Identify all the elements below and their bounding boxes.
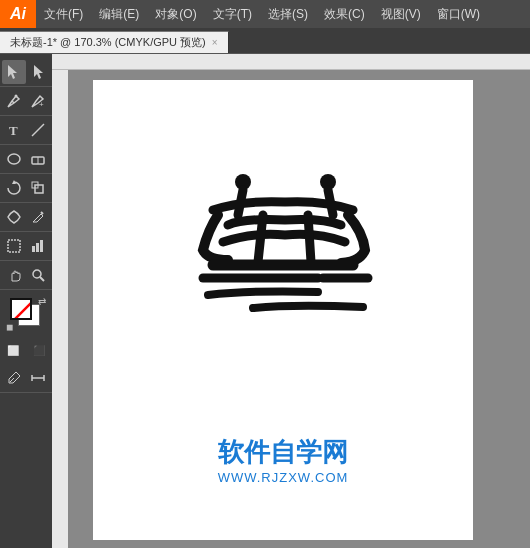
graph-tool[interactable] bbox=[26, 234, 50, 258]
tool-group-navigate bbox=[0, 261, 52, 290]
menu-effect[interactable]: 效果(C) bbox=[316, 0, 373, 28]
white-canvas: 软件自学网 WWW.RJZXW.COM bbox=[93, 80, 473, 540]
pencil-tool[interactable] bbox=[26, 205, 50, 229]
tool-group-extra bbox=[0, 364, 52, 393]
svg-point-6 bbox=[8, 154, 20, 164]
top-ruler: // ruler ticks drawn inline bbox=[52, 54, 530, 70]
normal-mode-button[interactable]: ⬜ bbox=[1, 338, 25, 362]
eraser-tool[interactable] bbox=[26, 147, 50, 171]
svg-marker-1 bbox=[34, 65, 43, 79]
selection-tool[interactable] bbox=[2, 60, 26, 84]
svg-rect-24 bbox=[52, 54, 530, 70]
canvas-inner: 软件自学网 WWW.RJZXW.COM bbox=[68, 70, 530, 548]
document-tab[interactable]: 未标题-1* @ 170.3% (CMYK/GPU 预览) × bbox=[0, 31, 229, 53]
screen-mode-area: ⬜ ⬛ bbox=[1, 336, 51, 364]
menu-file[interactable]: 文件(F) bbox=[36, 0, 91, 28]
artboard-tool[interactable] bbox=[2, 234, 26, 258]
svg-line-5 bbox=[32, 124, 44, 136]
scale-tool[interactable] bbox=[26, 176, 50, 200]
type-tool[interactable]: T bbox=[2, 118, 26, 142]
svg-rect-13 bbox=[8, 240, 20, 252]
svg-rect-10 bbox=[35, 185, 43, 193]
svg-line-19 bbox=[12, 300, 32, 320]
title-bar: Ai 文件(F) 编辑(E) 对象(O) 文字(T) 选择(S) 效果(C) 视… bbox=[0, 0, 530, 28]
ellipse-tool[interactable] bbox=[2, 147, 26, 171]
menu-text[interactable]: 文字(T) bbox=[205, 0, 260, 28]
shaper-tool[interactable] bbox=[2, 205, 26, 229]
svg-rect-25 bbox=[52, 70, 68, 548]
tool-group-select bbox=[0, 58, 52, 87]
svg-line-20 bbox=[10, 378, 14, 382]
menu-view[interactable]: 视图(V) bbox=[373, 0, 429, 28]
tab-close-button[interactable]: × bbox=[212, 37, 218, 48]
menu-bar: 文件(F) 编辑(E) 对象(O) 文字(T) 选择(S) 效果(C) 视图(V… bbox=[36, 0, 530, 28]
hand-tool[interactable] bbox=[2, 263, 26, 287]
svg-text:T: T bbox=[9, 123, 18, 138]
website-name: 软件自学网 bbox=[218, 435, 349, 470]
website-text: 软件自学网 WWW.RJZXW.COM bbox=[218, 435, 349, 485]
menu-object[interactable]: 对象(O) bbox=[147, 0, 204, 28]
pen-tool[interactable] bbox=[2, 89, 26, 113]
eyedropper-tool[interactable] bbox=[2, 366, 26, 390]
ai-logo: Ai bbox=[0, 0, 36, 28]
svg-text:+: + bbox=[39, 100, 44, 109]
tool-group-pen: + bbox=[0, 87, 52, 116]
svg-point-2 bbox=[15, 95, 18, 98]
svg-line-18 bbox=[40, 277, 44, 281]
left-ruler bbox=[52, 70, 68, 548]
add-anchor-tool[interactable]: + bbox=[26, 89, 50, 113]
canvas-with-ruler: // ruler ticks drawn inline bbox=[52, 54, 530, 548]
zoom-tool[interactable] bbox=[26, 263, 50, 287]
direct-selection-tool[interactable] bbox=[26, 60, 50, 84]
menu-select[interactable]: 选择(S) bbox=[260, 0, 316, 28]
fullscreen-mode-button[interactable]: ⬛ bbox=[27, 338, 51, 362]
tool-group-artboard bbox=[0, 232, 52, 261]
measure-tool[interactable] bbox=[26, 366, 50, 390]
svg-rect-15 bbox=[36, 243, 39, 252]
svg-line-12 bbox=[41, 212, 43, 214]
menu-edit[interactable]: 编辑(E) bbox=[91, 0, 147, 28]
toolbar: + T bbox=[0, 54, 52, 548]
svg-rect-16 bbox=[40, 240, 43, 252]
tool-group-type: T bbox=[0, 116, 52, 145]
tool-group-draw bbox=[0, 203, 52, 232]
default-colors-icon[interactable]: ◼ bbox=[6, 322, 13, 332]
website-url: WWW.RJZXW.COM bbox=[218, 470, 349, 485]
rotate-tool[interactable] bbox=[2, 176, 26, 200]
tab-bar: 未标题-1* @ 170.3% (CMYK/GPU 预览) × bbox=[0, 28, 530, 54]
canvas-area[interactable]: 软件自学网 WWW.RJZXW.COM bbox=[68, 70, 530, 548]
main-area: + T bbox=[0, 54, 530, 548]
fill-color[interactable] bbox=[10, 298, 32, 320]
svg-marker-0 bbox=[8, 65, 17, 79]
canvas-row: 软件自学网 WWW.RJZXW.COM bbox=[52, 70, 530, 548]
artwork-svg bbox=[153, 160, 413, 340]
tool-group-transform bbox=[0, 174, 52, 203]
menu-window[interactable]: 窗口(W) bbox=[429, 0, 488, 28]
swap-colors-icon[interactable]: ⇄ bbox=[38, 296, 46, 307]
tab-label: 未标题-1* @ 170.3% (CMYK/GPU 预览) bbox=[10, 35, 206, 50]
tool-group-shape bbox=[0, 145, 52, 174]
svg-rect-14 bbox=[32, 246, 35, 252]
color-swatch-area: ⇄ ◼ bbox=[4, 294, 48, 332]
svg-point-17 bbox=[33, 270, 41, 278]
artwork-container bbox=[153, 160, 413, 343]
line-tool[interactable] bbox=[26, 118, 50, 142]
